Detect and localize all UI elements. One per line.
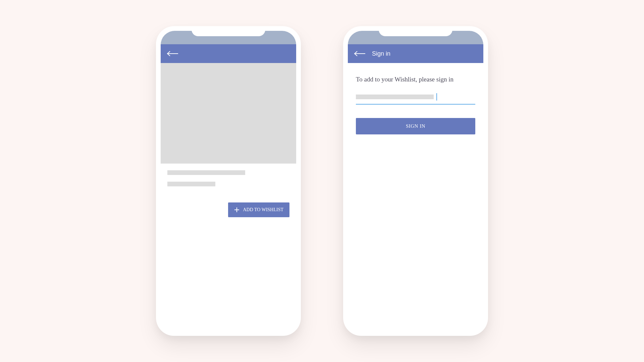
back-arrow-icon[interactable] — [167, 50, 179, 57]
phone-notch — [379, 26, 452, 36]
phone-mockup-product: ADD TO WISHLIST — [156, 26, 301, 336]
product-image-placeholder — [161, 63, 296, 164]
signin-input[interactable] — [356, 93, 475, 105]
input-placeholder-bar — [356, 95, 434, 99]
plus-icon — [234, 207, 239, 213]
phone-screen-signin: Sign in To add to your Wishlist, please … — [348, 31, 483, 331]
product-subtitle-placeholder — [167, 182, 215, 186]
add-to-wishlist-label: ADD TO WISHLIST — [243, 207, 283, 213]
phone-mockup-signin: Sign in To add to your Wishlist, please … — [343, 26, 488, 336]
phone-notch — [192, 26, 265, 36]
product-title-placeholder — [167, 170, 245, 175]
signin-content: To add to your Wishlist, please sign in … — [348, 63, 483, 147]
signin-message: To add to your Wishlist, please sign in — [356, 76, 475, 83]
input-cursor — [436, 93, 437, 101]
add-to-wishlist-button[interactable]: ADD TO WISHLIST — [228, 202, 289, 217]
app-bar — [161, 44, 296, 63]
app-bar-title: Sign in — [372, 50, 390, 57]
wishlist-button-container: ADD TO WISHLIST — [161, 193, 296, 217]
signin-button[interactable]: SIGN IN — [356, 118, 475, 134]
back-arrow-icon[interactable] — [354, 50, 366, 57]
app-bar: Sign in — [348, 44, 483, 63]
content-area: ADD TO WISHLIST — [161, 63, 296, 217]
text-placeholders — [161, 164, 296, 193]
phone-screen-product: ADD TO WISHLIST — [161, 31, 296, 331]
